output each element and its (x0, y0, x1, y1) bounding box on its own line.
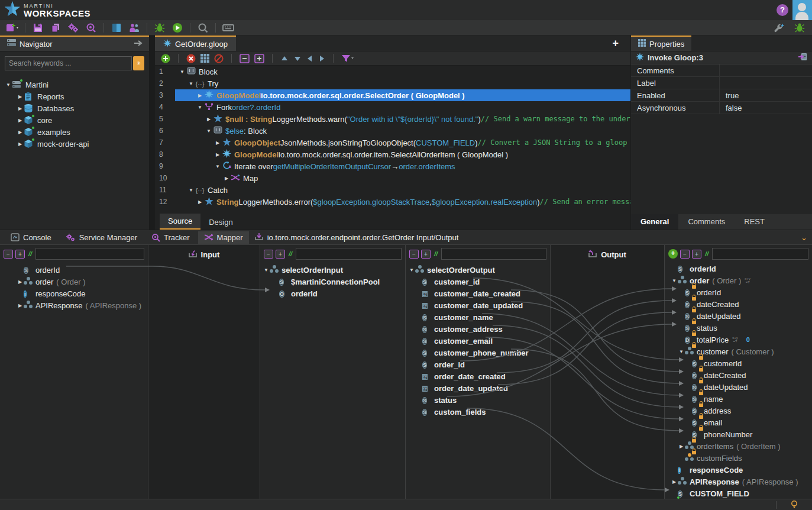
code-line-9[interactable]: 9▼Iterate over getMultipleOrderItemOutpu… (155, 160, 630, 172)
collapse-all-icon[interactable]: − (264, 250, 273, 259)
chevron-right-icon[interactable]: ▶ (17, 279, 24, 285)
tab-navigator[interactable]: Navigator (0, 35, 149, 51)
mapper-node-customer_date_created[interactable]: 17customer_date_created (406, 288, 550, 299)
add-node-icon[interactable]: + (668, 249, 678, 259)
chevron-down-icon[interactable]: ▼ (187, 188, 195, 193)
disable-icon[interactable] (214, 54, 224, 63)
chevron-right-icon[interactable]: ▶ (17, 118, 24, 123)
mapper-node-status[interactable]: Sstatus (406, 394, 550, 406)
property-row-asynchronous[interactable]: Asynchronousfalse (631, 102, 812, 114)
code-line-2[interactable]: 2▼{··}Try (155, 78, 630, 89)
chevron-down-icon[interactable]: ▼ (678, 349, 685, 354)
chevron-right-icon[interactable]: ▶ (205, 117, 212, 122)
debug-icon[interactable] (152, 21, 167, 34)
add-tab-button[interactable]: + (612, 37, 619, 50)
mapper-node-customer_id[interactable]: Scustomer_id (406, 276, 550, 288)
mapper-node-order_date_updated[interactable]: 17order_date_updated (406, 382, 550, 394)
tools-wrench-icon[interactable] (772, 21, 787, 34)
sidebar-item-mock-order-api[interactable]: ▶mock-order-api (0, 138, 149, 150)
chevron-right-icon[interactable]: ▶ (196, 199, 203, 205)
chevron-right-icon[interactable]: ▶ (17, 141, 24, 147)
mapper-node-customer_name[interactable]: Scustomer_name (406, 311, 550, 323)
tab-service-manager[interactable]: Service Manager (60, 231, 143, 244)
mapper-node-orderId[interactable]: SorderId (0, 264, 148, 276)
search-icon[interactable] (195, 21, 211, 34)
code-line-5[interactable]: 5▶$null : String LoggerMethods.warn( "Or… (155, 113, 630, 125)
code-line-11[interactable]: 11▼{··}Catch (155, 184, 630, 196)
chevron-right-icon[interactable]: ▶ (214, 140, 221, 146)
mapper-node-customFields[interactable]: customFields (665, 452, 812, 464)
tab-properties[interactable]: Properties (631, 35, 691, 51)
tab-tracker[interactable]: Tracker (145, 231, 196, 244)
mapper-node-dateCreated[interactable]: SdateCreated (665, 369, 812, 381)
comment-toggle-icon[interactable]: // (287, 250, 293, 257)
filter-icon[interactable] (341, 54, 354, 63)
mapper-node-totalPrice[interactable]: DtotalPricex+y=?0 (665, 334, 812, 346)
chevron-down-icon[interactable]: ▼ (5, 82, 12, 88)
mapper-node-orderId[interactable]: SorderId (665, 263, 812, 275)
down-icon[interactable] (293, 55, 302, 62)
code-line-4[interactable]: 4▼Fork order?.orderId (155, 101, 630, 113)
tab-getorder-gloop[interactable]: GetOrder.gloop (155, 35, 236, 51)
chevron-right-icon[interactable]: ▶ (17, 94, 24, 99)
mapper-node-orderId[interactable]: OorderId (260, 288, 405, 299)
services-icon[interactable] (66, 21, 81, 34)
code-line-1[interactable]: 1▼Block (155, 66, 630, 78)
chevron-right-icon[interactable]: ▶ (223, 176, 230, 181)
tab-rest[interactable]: REST (735, 214, 774, 230)
collapse-icon[interactable] (240, 54, 250, 63)
chevron-down-icon[interactable]: ▼ (196, 105, 203, 110)
chevron-down-icon[interactable]: ▼ (408, 267, 415, 273)
search-services-icon[interactable] (83, 21, 99, 34)
chevron-down-icon[interactable]: ▼ (179, 69, 186, 75)
code-line-7[interactable]: 7▶GloopObject JsonMethods.jsonStringToGl… (155, 137, 630, 149)
chevron-down-icon[interactable]: ▼ (214, 164, 221, 169)
chevron-right-icon[interactable]: ▶ (678, 444, 685, 449)
mapper-node-customer_date_updated[interactable]: 17customer_date_updated (406, 299, 550, 311)
mapper-node-CUSTOM_FIELD[interactable]: SCUSTOM_FIELD (665, 488, 812, 499)
console-keyboard-icon[interactable] (221, 21, 236, 34)
chevron-right-icon[interactable]: ▶ (214, 152, 221, 157)
expand-all-icon[interactable]: + (15, 250, 25, 259)
mapper-node-order[interactable]: ▼order( Order )x+y=? (665, 275, 812, 286)
left-icon[interactable] (306, 54, 313, 63)
expand-all-icon[interactable]: + (276, 250, 285, 259)
tab-console[interactable]: Console (5, 231, 57, 244)
mapper-filter-input[interactable] (296, 248, 402, 260)
mapper-node-$martiniConnectionPool[interactable]: S$martiniConnectionPool (260, 276, 405, 288)
chevron-right-icon[interactable]: ▶ (17, 130, 24, 135)
code-line-10[interactable]: 10▶Map (155, 172, 630, 184)
mapper-node-responseCode[interactable]: iresponseCode (665, 464, 812, 476)
copy-icon[interactable] (48, 21, 63, 34)
collapse-panel-right-arrow-icon[interactable] (134, 40, 143, 49)
expand-all-icon[interactable]: + (421, 250, 431, 259)
chevron-right-icon[interactable]: ▶ (671, 479, 678, 485)
lightbulb-icon[interactable] (790, 500, 799, 510)
mapper-node-order_id[interactable]: Sorder_id (406, 359, 550, 370)
property-value[interactable] (720, 77, 812, 89)
right-icon[interactable] (318, 54, 325, 63)
expand-icon[interactable] (254, 54, 264, 63)
expand-all-icon[interactable]: + (692, 250, 701, 259)
mapper-filter-input[interactable] (441, 248, 546, 260)
mapper-node-dateUpdated[interactable]: SdateUpdated (665, 381, 812, 393)
property-value[interactable] (720, 64, 812, 76)
mapper-node-customer_email[interactable]: Scustomer_email (406, 335, 550, 347)
mapper-node-selectOrderInput[interactable]: ▼selectOrderInput (260, 264, 405, 276)
mapper-node-address[interactable]: Saddress (665, 405, 812, 417)
tab-general[interactable]: General (631, 214, 678, 230)
table-icon[interactable] (200, 54, 209, 63)
property-row-enabled[interactable]: Enabledtrue (631, 89, 812, 102)
code-line-8[interactable]: 8▶GloopModel io.toro.mock.order.sql.orde… (155, 149, 630, 160)
mapper-node-order_date_created[interactable]: 17order_date_created (406, 370, 550, 382)
mapper-node-customer_address[interactable]: Scustomer_address (406, 323, 550, 335)
mapper-node-orderId[interactable]: SorderId (665, 286, 812, 298)
sidebar-item-reports[interactable]: ▶Reports (0, 91, 149, 102)
comment-toggle-icon[interactable]: // (27, 250, 33, 257)
mapper-node-customer_phone_number[interactable]: Scustomer_phone_number (406, 347, 550, 359)
mapper-node-email[interactable]: Semail (665, 417, 812, 428)
sidebar-item-martini[interactable]: ▼Martini (0, 79, 149, 91)
mapper-node-phoneNumber[interactable]: SphoneNumber (665, 428, 812, 440)
chevron-right-icon[interactable]: ▶ (17, 303, 24, 308)
chevron-down-icon[interactable]: ▼ (671, 278, 678, 283)
